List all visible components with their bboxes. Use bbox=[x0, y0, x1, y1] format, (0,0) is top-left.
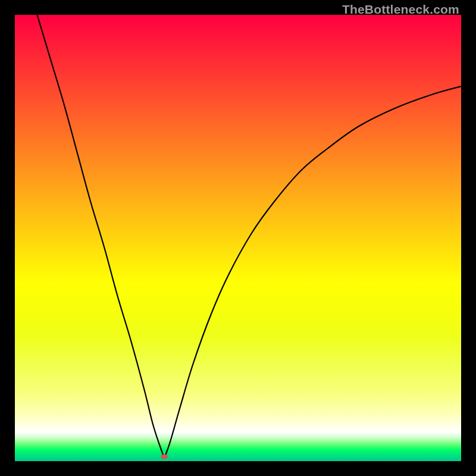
chart-frame: TheBottleneck.com bbox=[0, 0, 476, 476]
watermark-text: TheBottleneck.com bbox=[342, 2, 459, 17]
plot-area bbox=[15, 15, 461, 461]
optimum-marker bbox=[161, 455, 168, 459]
curve-svg bbox=[15, 15, 461, 461]
bottleneck-curve bbox=[37, 15, 462, 457]
